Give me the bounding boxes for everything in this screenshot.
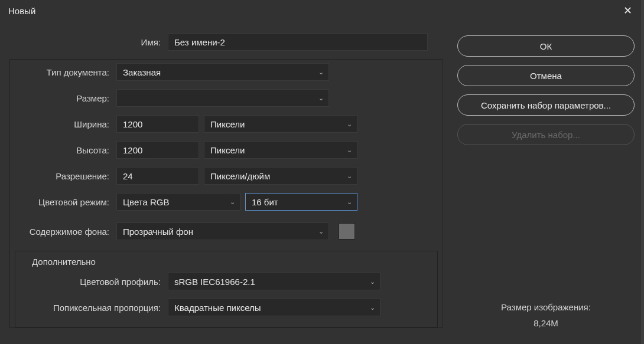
pixel-aspect-label: Попиксельная пропорция: [21,303,163,313]
width-input[interactable] [116,115,199,133]
color-mode-value: Цвета RGB [123,197,169,207]
ok-button[interactable]: ОК [457,35,635,57]
bg-content-label: Содержимое фона: [15,227,112,237]
color-profile-label: Цветовой профиль: [21,277,163,287]
pixel-aspect-value: Квадратные пикселы [174,303,261,313]
width-label: Ширина: [15,119,112,129]
name-input[interactable] [168,33,428,51]
image-size-value: 8,24M [457,318,635,328]
resolution-input[interactable] [116,167,199,185]
height-unit-dropdown[interactable]: Пиксели ⌄ [204,141,357,159]
chevron-down-icon: ⌄ [347,120,352,128]
resolution-label: Разрешение: [15,171,112,181]
scrollbar-track[interactable] [641,0,644,344]
doc-type-dropdown[interactable]: Заказная ⌄ [116,63,329,81]
width-unit-value: Пиксели [210,119,245,129]
chevron-down-icon: ⌄ [318,94,324,102]
save-preset-button[interactable]: Сохранить набор параметров... [457,94,635,116]
height-unit-value: Пиксели [210,145,245,155]
delete-preset-button: Удалить набор... [457,124,635,145]
dialog-title: Новый [8,6,35,16]
color-profile-dropdown[interactable]: sRGB IEC61966-2.1 ⌄ [168,273,380,290]
width-unit-dropdown[interactable]: Пиксели ⌄ [204,115,357,133]
advanced-legend: Дополнительно [28,257,99,267]
size-label: Размер: [15,93,112,103]
chevron-down-icon: ⌄ [370,278,375,286]
chevron-down-icon: ⌄ [347,172,352,180]
resolution-unit-dropdown[interactable]: Пиксели/дюйм ⌄ [204,167,357,185]
cancel-button[interactable]: Отмена [457,65,635,86]
close-icon[interactable]: ✕ [620,2,636,19]
bg-content-dropdown[interactable]: Прозрачный фон ⌄ [116,222,329,240]
color-profile-value: sRGB IEC61966-2.1 [174,277,255,287]
doc-type-value: Заказная [123,67,161,77]
bg-content-value: Прозрачный фон [123,227,193,237]
bit-depth-value: 16 бит [252,197,278,207]
height-input[interactable] [116,141,199,159]
chevron-down-icon: ⌄ [347,198,352,206]
chevron-down-icon: ⌄ [230,198,235,206]
height-label: Высота: [15,145,112,155]
size-dropdown[interactable]: ⌄ [116,89,329,107]
pixel-aspect-dropdown[interactable]: Квадратные пикселы ⌄ [168,299,380,316]
chevron-down-icon: ⌄ [347,146,352,154]
image-size-label: Размер изображения: [457,302,635,312]
chevron-down-icon: ⌄ [318,228,324,235]
bit-depth-dropdown[interactable]: 16 бит ⌄ [245,193,357,211]
name-label: Имя: [9,37,163,47]
bg-color-swatch[interactable] [339,223,355,240]
color-mode-dropdown[interactable]: Цвета RGB ⌄ [116,193,240,211]
doc-type-label: Тип документа: [15,67,112,77]
resolution-unit-value: Пиксели/дюйм [210,171,270,181]
chevron-down-icon: ⌄ [318,68,324,76]
chevron-down-icon: ⌄ [370,304,375,312]
color-mode-label: Цветовой режим: [15,197,112,207]
